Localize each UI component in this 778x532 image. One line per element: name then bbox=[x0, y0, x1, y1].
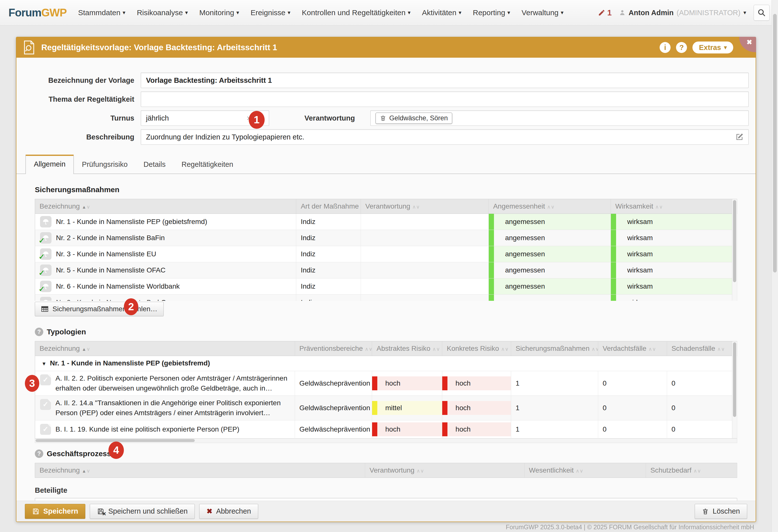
info-icon[interactable]: i bbox=[659, 42, 671, 53]
column-header-bezeichnung[interactable]: Bezeichnung▲∨ bbox=[35, 463, 365, 478]
measure-checked-icon: ✓ bbox=[40, 248, 52, 260]
table-row[interactable]: ✓Nr. 2 - Kunde in Namensliste BaFin Indi… bbox=[35, 230, 737, 246]
top-nav: ForumGWP Stammdaten▾ Risikoanalyse▾ Moni… bbox=[0, 0, 778, 26]
tab-details[interactable]: Details bbox=[136, 155, 174, 174]
save-and-close-button[interactable]: ✕ Speichern und schließen bbox=[90, 504, 195, 519]
page-scrollbar[interactable] bbox=[772, 0, 778, 532]
annotation-badge-1: 1 bbox=[249, 111, 265, 129]
edit-icon[interactable] bbox=[735, 133, 744, 141]
column-header-verantwortung[interactable]: Verantwortung∧∨ bbox=[365, 463, 524, 478]
app-version-footer: ForumGWP 2025.3.0-beta4 | © 2025 FORUM G… bbox=[506, 524, 754, 531]
nav-risikoanalyse[interactable]: Risikoanalyse▾ bbox=[137, 8, 188, 17]
table-row[interactable]: ✓A. II. 2. 14.a "Transaktionen in die An… bbox=[35, 396, 737, 420]
collapse-icon[interactable]: ▼ bbox=[42, 361, 47, 366]
document-search-icon bbox=[23, 40, 35, 55]
annotation-badge-2: 2 bbox=[124, 298, 138, 315]
annotation-badge-4: 4 bbox=[108, 442, 124, 459]
measure-checked-icon: ✓ bbox=[40, 281, 52, 292]
chevron-down-icon: ▾ bbox=[288, 9, 290, 16]
column-header-bezeichnung[interactable]: Bezeichnung▲∨ bbox=[35, 199, 296, 214]
cancel-icon: ✖ bbox=[207, 507, 212, 515]
table-row[interactable]: ✓Nr. 3 - Kunde in Namensliste EU Indiz a… bbox=[35, 246, 737, 262]
sicherungsmassnahmen-table-container[interactable]: Bezeichnung▲∨ Art der Maßnahme∧∨ Verantw… bbox=[35, 199, 737, 301]
typology-icon: ✓ bbox=[40, 399, 51, 410]
open-edits-indicator[interactable]: 1 bbox=[598, 8, 612, 17]
column-header-verantwortung[interactable]: Verantwortung∧∨ bbox=[361, 199, 488, 214]
risk-badge-hoch: hoch bbox=[442, 422, 511, 436]
risk-badge-hoch: hoch bbox=[372, 376, 442, 390]
trash-icon[interactable] bbox=[380, 115, 386, 121]
nav-stammdaten[interactable]: Stammdaten▾ bbox=[78, 8, 125, 17]
column-header-schadensfaelle[interactable]: Schadensfälle∧∨ bbox=[667, 341, 737, 356]
help-icon[interactable]: ? bbox=[35, 449, 43, 458]
choose-sicherungsmassnahmen-button[interactable]: Sicherungsmaßnahmen wählen… bbox=[35, 302, 164, 316]
table-grid-icon bbox=[41, 305, 49, 313]
column-header-sicherungsmassnahmen[interactable]: Sicherungsmaßnahmen∧∨ bbox=[511, 341, 598, 356]
table-scrollbar[interactable] bbox=[732, 199, 737, 300]
typology-icon: ✓ bbox=[40, 424, 51, 435]
template-form: Bezeichnung der Vorlage Vorlage Backtest… bbox=[16, 58, 756, 145]
nav-monitoring[interactable]: Monitoring▾ bbox=[199, 8, 239, 17]
help-icon[interactable]: ? bbox=[35, 328, 43, 336]
tab-regeltaetigkeiten[interactable]: Regeltätigkeiten bbox=[174, 155, 241, 174]
column-header-verdachtsfaelle[interactable]: Verdachtsfälle∧∨ bbox=[598, 341, 667, 356]
thema-input[interactable] bbox=[141, 91, 749, 107]
nav-verwaltung[interactable]: Verwaltung▾ bbox=[522, 8, 563, 17]
nav-aktivitaeten[interactable]: Aktivitäten▾ bbox=[422, 8, 461, 17]
scrollbar-thumb[interactable] bbox=[733, 200, 736, 282]
tab-allgemein[interactable]: Allgemein bbox=[25, 155, 74, 174]
chevron-down-icon: ▾ bbox=[185, 9, 188, 16]
column-header-abstraktes-risiko[interactable]: Abstraktes Risiko∧∨ bbox=[372, 341, 442, 356]
chevron-down-icon: ▾ bbox=[459, 9, 461, 16]
bezeichnung-input[interactable]: Vorlage Backtesting: Arbeitsschritt 1 bbox=[141, 73, 749, 88]
column-header-bezeichnung[interactable]: Bezeichnung▲∨ bbox=[35, 341, 295, 356]
tab-pruefungsrisiko[interactable]: Prüfungsrisiko bbox=[74, 155, 136, 174]
user-menu[interactable]: Anton Admin (ADMINISTRATOR) ▾ bbox=[619, 9, 746, 17]
app-logo[interactable]: ForumGWP bbox=[8, 6, 67, 19]
nav-reporting[interactable]: Reporting▾ bbox=[473, 8, 510, 17]
chevron-down-icon: ▾ bbox=[744, 9, 746, 16]
search-icon bbox=[758, 9, 766, 17]
nav-kontrollen[interactable]: Kontrollen und Regeltätigkeiten▾ bbox=[302, 8, 411, 17]
chevron-down-icon: ▾ bbox=[508, 9, 510, 16]
column-header-wirksamkeit[interactable]: Wirksamkeit∧∨ bbox=[611, 199, 737, 214]
table-row[interactable]: ✓Nr. 6 - Kunde in Namensliste Worldbank … bbox=[35, 278, 737, 294]
scrollbar-thumb[interactable] bbox=[733, 342, 736, 417]
cancel-button[interactable]: ✖ Abbrechen bbox=[199, 504, 258, 519]
column-header-wesentlichkeit[interactable]: Wesentlichkeit∧∨ bbox=[524, 463, 646, 478]
extras-button[interactable]: Extras▾ bbox=[692, 41, 733, 54]
search-button[interactable] bbox=[754, 5, 770, 21]
verantwortung-input[interactable]: Geldwäsche, Sören bbox=[370, 110, 749, 126]
column-header-praeventionsbereiche[interactable]: Präventionsbereiche∧∨ bbox=[295, 341, 372, 356]
column-header-art[interactable]: Art der Maßnahme∧∨ bbox=[296, 199, 361, 214]
nav-ereignisse[interactable]: Ereignisse▾ bbox=[250, 8, 290, 17]
bezeichnung-label: Bezeichnung der Vorlage bbox=[16, 76, 141, 85]
chevron-down-icon: ▾ bbox=[236, 9, 239, 16]
horizontal-scrollbar[interactable] bbox=[35, 439, 737, 443]
pencil-icon bbox=[598, 9, 605, 16]
verantwortung-chip[interactable]: Geldwäsche, Sören bbox=[376, 113, 452, 124]
table-scrollbar[interactable] bbox=[732, 341, 737, 438]
close-icon: ✖ bbox=[747, 38, 752, 46]
column-header-angemessenheit[interactable]: Angemessenheit∧∨ bbox=[488, 199, 611, 214]
dialog-footer: Speichern ✕ Speichern und schließen ✖ Ab… bbox=[16, 501, 756, 522]
chevron-down-icon: ▾ bbox=[724, 44, 727, 51]
beschreibung-input[interactable]: Zuordnung der Indizien zu Typologiepapie… bbox=[141, 129, 749, 145]
save-button[interactable]: Speichern bbox=[25, 504, 85, 519]
column-header-schutzbedarf[interactable]: Schutzbedarf∧∨ bbox=[646, 463, 737, 478]
delete-button[interactable]: Löschen bbox=[695, 504, 747, 519]
group-row[interactable]: ▼Nr. 1 - Kunde in Namensliste PEP (gebie… bbox=[35, 356, 737, 371]
tab-bar: Allgemein Prüfungsrisiko Details Regeltä… bbox=[16, 155, 756, 174]
risk-badge-mittel: mittel bbox=[372, 401, 442, 415]
regeltaetigkeitsvorlage-dialog: Regeltätigkeitsvorlage: Vorlage Backtest… bbox=[16, 37, 756, 522]
scrollbar-thumb[interactable] bbox=[773, 14, 777, 272]
close-button[interactable]: ✖ bbox=[739, 37, 756, 52]
table-row[interactable]: Nr. 8 - Kunde in Namensliste Bad Guy Ind… bbox=[35, 294, 737, 301]
column-header-konkretes-risiko[interactable]: Konkretes Risiko∧∨ bbox=[442, 341, 511, 356]
table-row[interactable]: ✓Nr. 5 - Kunde in Namensliste OFAC Indiz… bbox=[35, 262, 737, 278]
table-row[interactable]: ✓B. I. 1. 19. Kunde ist eine politisch e… bbox=[35, 420, 737, 439]
typologien-table-container[interactable]: Bezeichnung▲∨ Präventionsbereiche∧∨ Abst… bbox=[35, 341, 737, 439]
table-row[interactable]: Nr. 1 - Kunde in Namensliste PEP (gebiet… bbox=[35, 214, 737, 230]
help-icon[interactable]: ? bbox=[676, 42, 687, 53]
table-row[interactable]: ✓A. II. 2. 2. Politisch exponierte Perso… bbox=[35, 371, 737, 396]
